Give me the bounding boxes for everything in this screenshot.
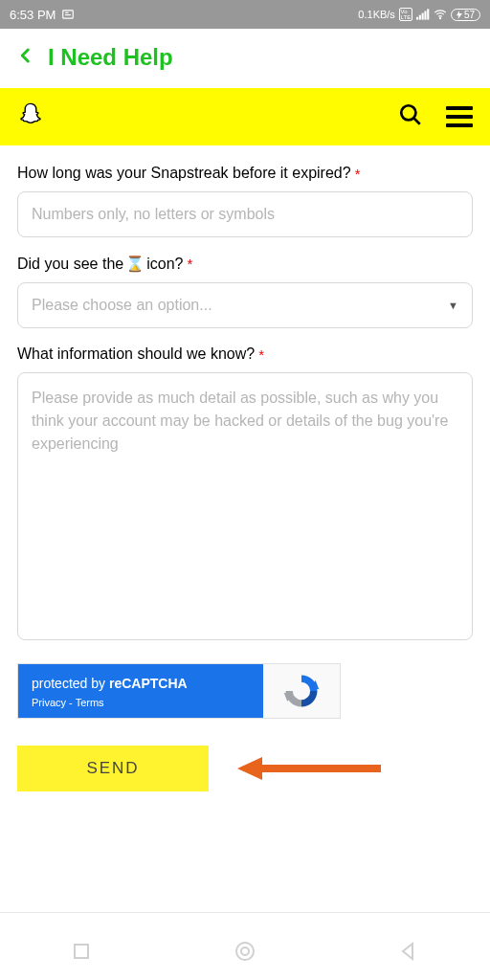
svg-point-10 <box>401 105 415 120</box>
field-additional-info: What information should we know? * <box>17 345 473 644</box>
status-bar: 6:53 PM 0.1KB/s VoLTE 57 <box>0 0 490 29</box>
back-chevron-icon[interactable] <box>17 44 34 71</box>
recaptcha-badge: protected by reCAPTCHA Privacy - Terms <box>17 663 341 719</box>
signal-icon <box>416 8 430 21</box>
svg-rect-5 <box>421 13 423 20</box>
svg-rect-16 <box>75 945 88 958</box>
svg-marker-15 <box>237 757 262 780</box>
android-nav-bar <box>0 923 490 980</box>
recaptcha-logo-icon <box>263 664 340 718</box>
back-button[interactable] <box>397 940 420 963</box>
svg-marker-9 <box>457 11 462 19</box>
field-label-post: icon? <box>146 256 183 273</box>
search-icon[interactable] <box>398 102 423 131</box>
wifi-icon <box>434 8 447 21</box>
page-title: I Need Help <box>48 44 173 71</box>
send-button[interactable]: SEND <box>17 746 209 791</box>
hamburger-menu-icon[interactable] <box>446 106 473 127</box>
chevron-down-icon: ▼ <box>448 300 458 311</box>
svg-point-18 <box>241 947 249 955</box>
hourglass-select[interactable]: Please choose an option... ▼ <box>17 282 473 328</box>
additional-info-textarea[interactable] <box>17 372 473 640</box>
divider <box>0 912 490 913</box>
hourglass-icon: ⌛ <box>125 255 145 273</box>
snapchat-ghost-icon[interactable] <box>17 101 44 132</box>
battery-indicator: 57 <box>451 9 480 21</box>
svg-rect-7 <box>427 9 429 19</box>
status-speed: 0.1KB/s <box>358 9 395 20</box>
svg-rect-6 <box>424 11 426 20</box>
news-icon <box>61 8 75 21</box>
annotation-arrow-icon <box>237 754 381 783</box>
svg-line-11 <box>413 118 420 124</box>
svg-point-17 <box>236 943 254 960</box>
recaptcha-privacy-link[interactable]: Privacy <box>32 697 66 708</box>
field-label: How long was your Snapstreak before it e… <box>17 165 351 182</box>
nav-header: I Need Help <box>0 29 490 88</box>
field-label: What information should we know? <box>17 345 255 363</box>
home-button[interactable] <box>234 940 256 963</box>
required-asterisk: * <box>187 256 192 272</box>
svg-point-8 <box>439 18 440 19</box>
recaptcha-text: protected by reCAPTCHA <box>32 676 250 691</box>
brand-bar <box>0 88 490 145</box>
recaptcha-terms-link[interactable]: Terms <box>76 697 104 708</box>
status-time: 6:53 PM <box>10 8 56 22</box>
volte-icon: VoLTE <box>399 8 412 21</box>
field-hourglass-icon: Did you see the ⌛ icon? * Please choose … <box>17 255 473 328</box>
select-placeholder: Please choose an option... <box>32 297 212 314</box>
svg-rect-3 <box>416 17 418 20</box>
svg-marker-19 <box>403 944 412 959</box>
snapstreak-length-input[interactable] <box>17 191 473 237</box>
field-snapstreak-length: How long was your Snapstreak before it e… <box>17 165 473 237</box>
required-asterisk: * <box>258 346 264 363</box>
recent-apps-button[interactable] <box>70 940 93 963</box>
field-label-pre: Did you see the <box>17 256 123 273</box>
required-asterisk: * <box>355 166 361 182</box>
help-form: How long was your Snapstreak before it e… <box>0 145 490 644</box>
svg-rect-4 <box>419 15 421 20</box>
